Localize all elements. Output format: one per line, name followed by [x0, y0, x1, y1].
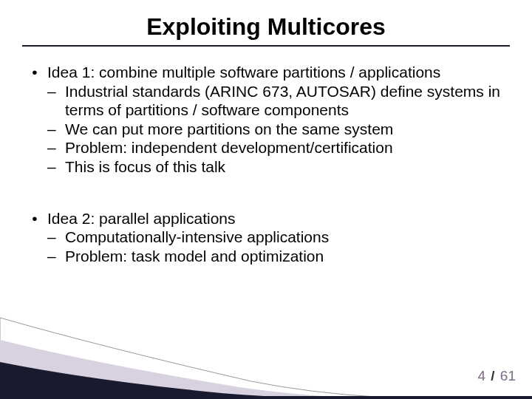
sub-bullet: – Problem: task model and optimization — [47, 247, 510, 266]
bullet-text: Idea 1: combine multiple software partit… — [47, 63, 510, 82]
dash-marker: – — [47, 138, 65, 157]
dash-marker: – — [47, 247, 65, 266]
sub-text: Computationally-intensive applications — [65, 228, 510, 247]
sub-text: Problem: independent development/certifi… — [65, 138, 510, 157]
sub-text: Problem: task model and optimization — [65, 247, 510, 266]
title-underline — [22, 45, 510, 47]
page-current: 4 — [477, 368, 485, 383]
sub-bullet: – This is focus of this talk — [47, 157, 510, 177]
bullet-text: Idea 2: parallel applications — [47, 209, 510, 228]
page-number: 4 / 61 — [477, 368, 516, 384]
page-separator: / — [491, 368, 494, 383]
dash-marker: – — [47, 228, 65, 247]
bullet-idea1: • Idea 1: combine multiple software part… — [22, 63, 510, 82]
sub-text: We can put more partitions on the same s… — [65, 120, 510, 139]
bullet-idea2: • Idea 2: parallel applications — [22, 209, 510, 228]
decorative-swoosh — [0, 310, 532, 399]
sub-bullet: – We can put more partitions on the same… — [47, 120, 510, 139]
sub-text: This is focus of this talk — [65, 157, 510, 177]
sub-bullet: – Problem: independent development/certi… — [47, 138, 510, 157]
svg-rect-0 — [0, 396, 532, 399]
dash-marker: – — [47, 157, 65, 177]
slide-title: Exploiting Multicores — [22, 13, 510, 41]
dash-marker: – — [47, 120, 65, 139]
sub-text: Industrial standards (ARINC 673, AUTOSAR… — [65, 82, 510, 120]
page-total: 61 — [500, 368, 516, 383]
bullet-marker: • — [22, 63, 47, 82]
bullet-marker: • — [22, 209, 47, 228]
slide: Exploiting Multicores • Idea 1: combine … — [0, 0, 532, 399]
dash-marker: – — [47, 82, 65, 120]
slide-body: • Idea 1: combine multiple software part… — [22, 63, 510, 265]
sub-bullet: – Industrial standards (ARINC 673, AUTOS… — [47, 82, 510, 120]
sub-bullet: – Computationally-intensive applications — [47, 228, 510, 247]
spacer — [22, 177, 510, 209]
